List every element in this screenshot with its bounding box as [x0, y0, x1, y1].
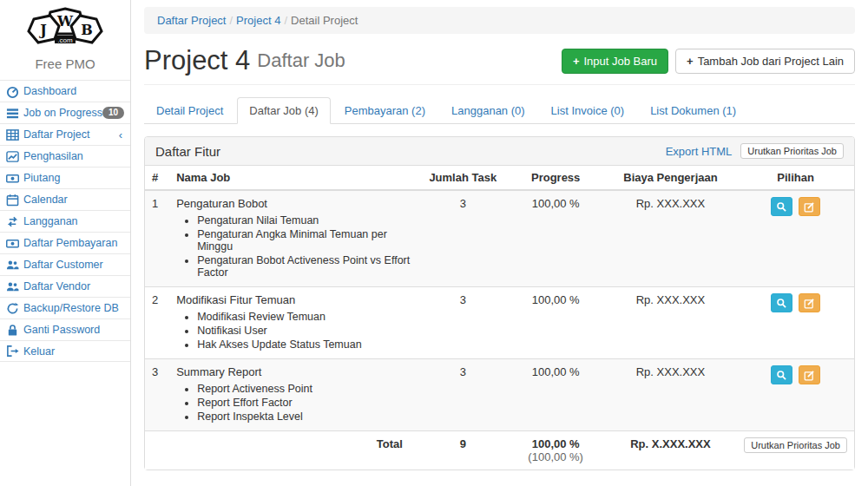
sidebar-item-job-on-progress[interactable]: Job on Progress 10	[0, 102, 130, 123]
sidebar-item-label: Daftar Customer	[23, 259, 103, 271]
app-logo[interactable]: W J B .com Free PMO	[0, 0, 130, 80]
total-actions: Urutkan Prioritas Job	[737, 431, 854, 470]
col-progress: Progress	[508, 166, 604, 190]
subtask-item: Report Effort Factor	[197, 397, 411, 409]
urutkan-prioritas-job-button[interactable]: Urutkan Prioritas Job	[740, 143, 844, 159]
tab-list-dokumen[interactable]: List Dokumen (1)	[638, 97, 748, 124]
edit-icon	[804, 298, 815, 309]
view-job-button[interactable]	[771, 293, 792, 312]
breadcrumb-link-daftar-project[interactable]: Daftar Project	[157, 14, 226, 27]
app-name: Free PMO	[0, 56, 130, 71]
panel-daftar-fitur: Daftar Fitur Export HTML Urutkan Priorit…	[144, 136, 855, 470]
sidebar-item-backup-restore[interactable]: Backup/Restore DB	[0, 297, 130, 319]
total-row: Total 9 100,00 % (100,00 %) Rp. X.XXX.XX…	[145, 431, 854, 470]
sidebar-item-daftar-vendor[interactable]: Daftar Vendor	[0, 275, 130, 297]
sidebar-item-label: Calendar	[23, 194, 68, 206]
subtask-list: Modifikasi Review Temuan Notifikasi User…	[188, 311, 411, 351]
total-progress-value: 100,00 %	[532, 437, 580, 450]
project-tabs: Detail Project Daftar Job (4) Pembayaran…	[144, 97, 855, 124]
money-icon	[6, 237, 19, 250]
edit-job-button[interactable]	[799, 365, 820, 384]
view-job-button[interactable]	[771, 365, 792, 384]
total-progress-note: (100,00 %)	[528, 450, 583, 463]
total-label: Total	[169, 431, 418, 470]
breadcrumb-current: Detail Project	[291, 14, 358, 27]
job-count-badge: 10	[102, 107, 124, 119]
table-row: 1 Pengaturan Bobot Pengaturan Nilai Temu…	[145, 190, 854, 287]
sidebar-item-keluar[interactable]: Keluar	[0, 340, 130, 362]
input-job-baru-button[interactable]: +Input Job Baru	[562, 49, 668, 74]
tab-daftar-job[interactable]: Daftar Job (4)	[237, 97, 330, 124]
search-icon	[776, 370, 787, 381]
sidebar-item-piutang[interactable]: Piutang	[0, 167, 130, 188]
row-no: 1	[145, 190, 169, 287]
row-no: 3	[145, 359, 169, 431]
row-actions	[737, 190, 854, 287]
list-icon	[6, 107, 19, 120]
sidebar-item-label: Dashboard	[23, 85, 76, 97]
header-buttons: +Input Job Baru +Tambah Job dari Project…	[562, 49, 855, 74]
total-empty	[145, 431, 169, 470]
logo-letter-b: B	[81, 22, 93, 38]
search-icon	[776, 201, 787, 213]
row-cost: Rp. XXX.XXX	[604, 190, 738, 287]
sidebar: W J B .com Free PMO Dashboard Job on Pro…	[0, 0, 131, 486]
sidebar-item-label: Penghasilan	[23, 150, 83, 162]
breadcrumb-separator: /	[226, 14, 236, 27]
sidebar-item-ganti-password[interactable]: Ganti Password	[0, 319, 130, 340]
col-jumlah-task: Jumlah Task	[418, 166, 508, 190]
col-pilihan: Pilihan	[737, 166, 854, 190]
users-icon	[6, 280, 19, 293]
total-tasks: 9	[418, 431, 508, 470]
sidebar-nav: Dashboard Job on Progress 10 Daftar Proj…	[0, 80, 130, 362]
chevron-left-icon: ‹	[119, 128, 124, 141]
sidebar-item-penghasilan[interactable]: Penghasilan	[0, 145, 130, 167]
tab-pembayaran[interactable]: Pembayaran (2)	[332, 97, 437, 124]
subtask-item: Pengaturan Angka Minimal Temuan per Ming…	[197, 228, 411, 253]
sidebar-item-label: Daftar Vendor	[23, 280, 90, 292]
tab-detail-project[interactable]: Detail Project	[144, 97, 235, 124]
row-actions	[737, 287, 854, 359]
sidebar-item-langganan[interactable]: Langganan	[0, 210, 130, 232]
row-actions	[737, 359, 854, 431]
logo-com-text: .com	[57, 36, 73, 44]
sidebar-item-label: Langganan	[23, 215, 78, 227]
col-no: #	[145, 166, 169, 190]
refresh-icon	[6, 302, 19, 315]
sidebar-item-label: Job on Progress	[23, 107, 102, 119]
edit-icon	[804, 370, 815, 381]
subtask-list: Pengaturan Nilai Temuan Pengaturan Angka…	[188, 214, 411, 279]
col-biaya-pengerjaan: Biaya Pengerjaan	[604, 166, 738, 190]
sidebar-item-label: Backup/Restore DB	[23, 302, 119, 314]
tab-langganan[interactable]: Langganan (0)	[439, 97, 537, 124]
view-job-button[interactable]	[771, 197, 792, 216]
total-progress: 100,00 % (100,00 %)	[508, 431, 604, 470]
logo-letter-j: J	[38, 22, 47, 38]
panel-heading: Daftar Fitur Export HTML Urutkan Priorit…	[145, 137, 854, 166]
edit-job-button[interactable]	[799, 293, 820, 312]
total-cost: Rp. X.XXX.XXX	[604, 431, 738, 470]
sidebar-item-calendar[interactable]: Calendar	[0, 188, 130, 210]
breadcrumb-link-project-4[interactable]: Project 4	[236, 14, 280, 27]
sidebar-item-dashboard[interactable]: Dashboard	[0, 80, 130, 102]
sidebar-item-daftar-customer[interactable]: Daftar Customer	[0, 253, 130, 275]
breadcrumb-separator: /	[280, 14, 291, 27]
users-icon	[6, 259, 19, 272]
tambah-job-dari-project-lain-button[interactable]: +Tambah Job dari Project Lain	[675, 49, 855, 74]
edit-job-button[interactable]	[799, 197, 820, 216]
row-name-cell: Modifikasi Fitur Temuan Modifikasi Revie…	[169, 287, 418, 359]
button-label: Tambah Job dari Project Lain	[698, 55, 844, 68]
dashboard-icon	[6, 85, 19, 98]
row-name-cell: Pengaturan Bobot Pengaturan Nilai Temuan…	[169, 190, 418, 287]
page-title: Project 4	[144, 46, 250, 76]
urutkan-prioritas-job-button[interactable]: Urutkan Prioritas Job	[744, 437, 847, 453]
sidebar-item-label: Daftar Pembayaran	[23, 237, 117, 249]
subtask-list: Report Activeness Point Report Effort Fa…	[188, 383, 411, 423]
sidebar-item-daftar-project[interactable]: Daftar Project ‹	[0, 123, 130, 145]
export-html-link[interactable]: Export HTML	[666, 145, 733, 158]
tab-list-invoice[interactable]: List Invoice (0)	[539, 97, 637, 124]
breadcrumb: Daftar Project/Project 4/Detail Project	[144, 7, 855, 34]
logo-letter-w: W	[56, 13, 74, 30]
table-row: 3 Summary Report Report Activeness Point…	[145, 359, 854, 431]
sidebar-item-daftar-pembayaran[interactable]: Daftar Pembayaran	[0, 232, 130, 253]
